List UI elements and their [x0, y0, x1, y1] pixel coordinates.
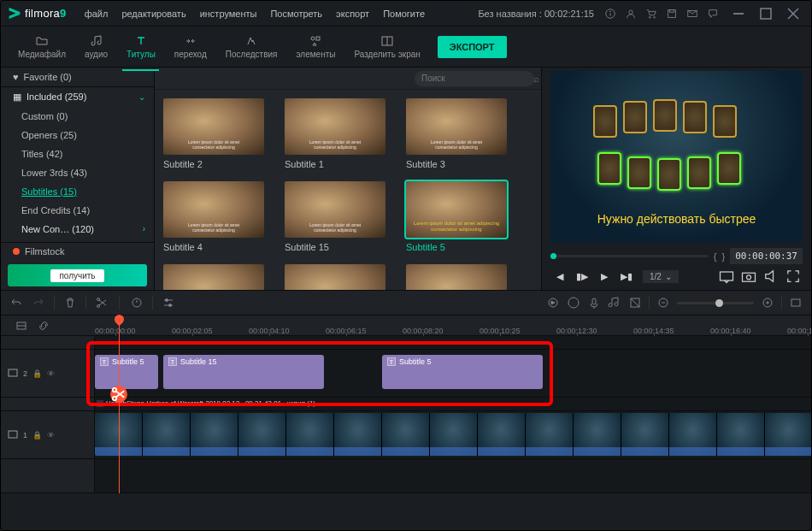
ruler-tick: 00:00:08:20 — [403, 327, 444, 335]
playback-speed[interactable]: 1/2⌄ — [643, 270, 679, 283]
zoom-handle[interactable] — [715, 299, 723, 307]
gallery-card[interactable]: Lorem ipsum dolor sit ametconsectetur ad… — [285, 181, 385, 252]
menu-file[interactable]: файл — [79, 5, 115, 22]
zoom-slider[interactable] — [677, 302, 754, 304]
gallery-card[interactable]: Lorem ipsum dolor sit ametconsectetur ad… — [163, 181, 264, 252]
sidebar-filmstock[interactable]: Filmstock — [1, 242, 154, 261]
mixer-button[interactable] — [608, 296, 621, 310]
sidebar-item-lower3rds[interactable]: Lower 3rds (43) — [1, 163, 154, 182]
video-track-body[interactable] — [95, 411, 811, 458]
gallery-card[interactable]: Lorem ipsum dolor sit ametconsectetur ad… — [285, 98, 385, 169]
sidebar-included-label: Included (259) — [26, 91, 86, 102]
menu-view[interactable]: Посмотреть — [264, 5, 328, 22]
subtitle-thumb: Lorem ipsum dolor sit ametconsectetur ad… — [406, 98, 507, 155]
clip-label: Subtitle 15 — [180, 357, 217, 366]
snap-button[interactable] — [15, 319, 28, 333]
tab-effects[interactable]: Последствия — [217, 31, 286, 62]
adjust-button[interactable] — [162, 296, 175, 310]
redo-button[interactable] — [32, 296, 45, 310]
step-back-button[interactable]: ▮▶ — [573, 268, 591, 285]
link-button[interactable] — [37, 319, 50, 333]
track-head-text[interactable]: 2 🔒 👁 — [1, 350, 95, 397]
delete-button[interactable] — [63, 296, 77, 310]
minimize-button[interactable] — [727, 6, 750, 21]
lock-icon[interactable]: 🔒 — [32, 431, 42, 440]
cart-icon[interactable] — [645, 8, 657, 20]
close-button[interactable] — [782, 6, 804, 21]
render-button[interactable] — [546, 296, 560, 310]
quality-button[interactable] — [717, 268, 736, 285]
gallery-card[interactable]: Lorem ipsum dolor sit ametconsectetur ad… — [406, 98, 507, 169]
step-fwd-button[interactable]: ▶▮ — [617, 268, 636, 285]
gallery-card[interactable] — [406, 264, 507, 290]
zoom-fit-button[interactable] — [789, 296, 803, 310]
stop-button[interactable]: ◀ — [550, 268, 569, 285]
playhead[interactable] — [119, 316, 120, 493]
eye-icon[interactable]: 👁 — [47, 431, 55, 440]
eye-icon[interactable]: 👁 — [47, 369, 55, 378]
text-track-body[interactable]: TSubtitle 5 TSubtitle 15 TSubtitle 5 — [95, 350, 811, 397]
sidebar-included-group[interactable]: ▦Included (259)⌄ — [1, 87, 154, 107]
voiceover-button[interactable] — [567, 296, 580, 310]
promo-button[interactable]: получить — [50, 269, 103, 282]
mark-out-bracket[interactable]: } — [721, 251, 725, 262]
account-icon[interactable] — [625, 8, 637, 20]
seek-handle[interactable] — [550, 253, 556, 259]
info-icon[interactable] — [604, 8, 616, 20]
play-button[interactable]: ▶ — [595, 268, 614, 285]
menu-help[interactable]: Помогите — [377, 5, 431, 22]
volume-button[interactable] — [762, 268, 780, 285]
subtitle-thumb: Lorem ipsum dolor sit amet adipiscingcon… — [406, 181, 507, 238]
mic-button[interactable] — [587, 296, 601, 310]
menu-tools[interactable]: инструменты — [194, 5, 263, 22]
snapshot-button[interactable] — [739, 268, 758, 285]
zoom-in-button[interactable] — [761, 296, 774, 310]
sidebar-item-titles[interactable]: Titles (42) — [1, 145, 154, 163]
gallery-card[interactable] — [163, 264, 264, 290]
tab-audio[interactable]: аудио — [76, 31, 116, 62]
tab-media[interactable]: Медиафайл — [9, 31, 74, 62]
svg-point-5 — [654, 16, 656, 18]
save-icon[interactable] — [666, 8, 678, 20]
undo-button[interactable] — [9, 296, 23, 310]
ruler-tick: 00:00:10:25 — [480, 327, 521, 335]
tab-titles[interactable]: Титулы — [118, 31, 164, 62]
track-head-video[interactable]: 1 🔒 👁 — [1, 411, 95, 458]
mark-in-bracket[interactable]: { — [714, 251, 717, 262]
scissor-badge[interactable] — [110, 386, 127, 403]
svg-point-3 — [629, 10, 633, 14]
sidebar-item-endcredits[interactable]: End Credits (14) — [1, 201, 154, 220]
subtitle-clip[interactable]: TSubtitle 5 — [95, 355, 158, 389]
search-box[interactable]: ⌕ — [415, 71, 534, 86]
menu-edit[interactable]: редактировать — [115, 5, 191, 22]
seek-bar[interactable] — [550, 255, 709, 257]
tab-elements[interactable]: элементы — [287, 31, 344, 62]
split-button[interactable] — [95, 296, 109, 310]
sidebar-item-custom[interactable]: Custom (0) — [1, 107, 154, 126]
gallery-card[interactable] — [285, 264, 385, 290]
sidebar-item-newcon[interactable]: New Con… (120)› — [1, 220, 154, 239]
subtitle-clip[interactable]: TSubtitle 15 — [163, 355, 324, 389]
feedback-icon[interactable] — [707, 8, 719, 20]
search-input[interactable] — [421, 74, 530, 83]
transition-icon — [184, 34, 197, 48]
export-button[interactable]: ЭКСПОРТ — [438, 36, 507, 58]
zoom-out-button[interactable] — [656, 296, 670, 310]
gallery-card[interactable]: Lorem ipsum dolor sit ametconsectetur ad… — [163, 98, 264, 169]
promo-banner[interactable]: получить — [8, 264, 147, 286]
preview-viewport[interactable]: Нужно действовать быстрее — [550, 71, 803, 243]
mail-icon[interactable] — [686, 8, 698, 20]
gallery-card[interactable]: Lorem ipsum dolor sit amet adipiscingcon… — [406, 181, 507, 252]
tab-transition[interactable]: переход — [166, 31, 215, 62]
tab-split-screen[interactable]: Разделить экран — [345, 31, 428, 62]
video-clip[interactable] — [95, 413, 812, 456]
lock-icon[interactable]: 🔒 — [32, 369, 42, 378]
sidebar-item-subtitles[interactable]: Subtitles (15) — [1, 182, 154, 201]
sidebar-item-openers[interactable]: Openers (25) — [1, 126, 154, 145]
subtitle-clip[interactable]: TSubtitle 5 — [382, 355, 543, 389]
maximize-button[interactable] — [755, 6, 777, 21]
menu-export[interactable]: экспорт — [330, 5, 375, 22]
fullscreen-button[interactable] — [784, 268, 803, 285]
crop-button[interactable] — [628, 296, 642, 310]
marker-button[interactable] — [130, 296, 144, 310]
